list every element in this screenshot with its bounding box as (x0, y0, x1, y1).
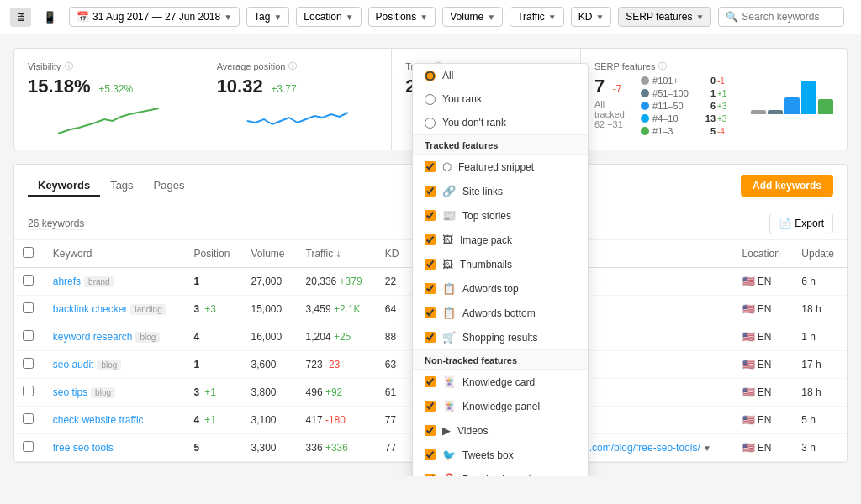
calendar-icon: 📅 (77, 11, 89, 23)
nontracked-feature-knowledge-card[interactable]: 🃏Knowledge card (413, 370, 588, 394)
avg-position-value: 10.32 (217, 76, 263, 97)
kd-cell: 22 (377, 268, 410, 296)
tab-tags[interactable]: Tags (100, 176, 143, 197)
tracked-feature-featured-snippet[interactable]: ⬡Featured snippet (413, 155, 588, 179)
traffic-cell: 3,459 +2.1K (298, 296, 377, 323)
traffic-label: Traffic (517, 11, 545, 23)
keyword-link-2[interactable]: keyword research (53, 331, 133, 343)
serp-features-info-icon: ⓘ (658, 60, 667, 72)
row-checkbox-4[interactable] (23, 386, 34, 396)
keyword-link-1[interactable]: backlink checker (53, 303, 128, 315)
flag-icon: 🇺🇸 (742, 386, 755, 398)
visibility-info-icon: ⓘ (65, 60, 73, 72)
row-checkbox-2[interactable] (23, 330, 34, 341)
location-cell: 🇺🇸 EN (734, 296, 794, 323)
serp-features-change: -7 (613, 83, 622, 95)
flag-icon: 🇺🇸 (742, 331, 755, 343)
row-checkbox-5[interactable] (23, 413, 34, 424)
kd-btn[interactable]: KD ▼ (571, 7, 612, 27)
rank-row: #4–1013+3 (641, 113, 737, 123)
flag-icon: 🇺🇸 (742, 442, 755, 454)
flag-icon: 🇺🇸 (742, 359, 755, 370)
rank-bar (751, 110, 766, 114)
row-checkbox-1[interactable] (23, 302, 34, 313)
positions-btn[interactable]: Positions ▼ (368, 7, 436, 27)
flag-icon: 🇺🇸 (742, 276, 755, 287)
tracked-feature-top-stories[interactable]: 📰Top stories (413, 203, 588, 228)
keyword-cell: seo tipsblog (45, 379, 186, 407)
row-checkbox-3[interactable] (23, 358, 34, 369)
location-cell: 🇺🇸 EN (734, 434, 794, 462)
radio-you_dont_rank[interactable] (425, 118, 436, 129)
keywords-count: 26 keywords (28, 218, 84, 230)
traffic-cell: 20,336 +379 (298, 268, 377, 296)
rank-bar (768, 110, 783, 114)
dropdown-nontracked-section: 🃏Knowledge card🃏Knowledge panel▶Videos🐦T… (413, 370, 588, 476)
serp-features-label: SERP features (626, 11, 692, 23)
row-checkbox-0[interactable] (23, 275, 34, 286)
location-cell: 🇺🇸 EN (734, 351, 794, 379)
tracked-feature-adwords-bottom[interactable]: 📋Adwords bottom (413, 301, 588, 325)
positions-label: Positions (376, 11, 417, 23)
volume-btn[interactable]: Volume ▼ (442, 7, 503, 27)
tracked-feature-image-pack[interactable]: 🖼Image pack (413, 228, 588, 252)
avg-position-change: +3.77 (271, 83, 296, 95)
toolbar: 🖥 📱 📅 31 Aug 2017 — 27 Jun 2018 ▼ Tag ▼ … (0, 0, 861, 34)
row-checkbox-6[interactable] (23, 441, 34, 452)
position-cell: 1 (186, 351, 243, 379)
mobile-device-btn[interactable]: 📱 (38, 8, 62, 27)
tracked-feature-site-links[interactable]: 🔗Site links (413, 179, 588, 203)
col-position: Position (186, 240, 243, 268)
keyword-link-6[interactable]: free seo tools (53, 442, 114, 454)
rank-bar (784, 97, 800, 114)
nontracked-feature-people-also-ask[interactable]: ❓People also ask (413, 467, 588, 476)
position-cell: 5 (186, 434, 243, 462)
dropdown-radio-section: AllYou rankYou don't rank (413, 64, 588, 134)
radio-you_rank[interactable] (425, 94, 436, 105)
keyword-link-5[interactable]: check website traffic (53, 414, 144, 426)
desktop-device-btn[interactable]: 🖥 (10, 8, 31, 27)
serp-features-card: SERP features ⓘ 7 -7 All tracked: 62 +31… (581, 49, 847, 150)
add-keywords-button[interactable]: Add keywords (741, 175, 833, 197)
tracked-feature-adwords-top[interactable]: 📋Adwords top (413, 276, 588, 301)
serp-features-btn[interactable]: SERP features ▼ (618, 7, 711, 27)
volume-label: Volume (450, 11, 483, 23)
tab-keywords[interactable]: Keywords (28, 176, 100, 197)
date-range-btn[interactable]: 📅 31 Aug 2017 — 27 Jun 2018 ▼ (69, 7, 240, 27)
avg-position-info-icon: ⓘ (288, 60, 297, 72)
rank-row: #11–506+3 (641, 101, 737, 111)
tracked-feature-shopping-results[interactable]: 🛒Shopping results (413, 325, 588, 349)
radio-all[interactable] (425, 71, 436, 81)
nontracked-feature-videos[interactable]: ▶Videos (413, 418, 588, 443)
rank-row: #101+0-1 (641, 76, 737, 86)
col-location: Location (734, 240, 794, 268)
traffic-btn[interactable]: Traffic ▼ (510, 7, 564, 27)
chevron-down-icon: ▼ (420, 13, 428, 22)
volume-cell: 3,300 (243, 434, 298, 462)
position-cell: 3+1 (186, 379, 243, 407)
visibility-chart (28, 104, 189, 138)
col-kd: KD (377, 240, 410, 268)
export-button[interactable]: 📄 Export (769, 213, 833, 234)
serp-features-stat-label: SERP features (594, 61, 656, 71)
keyword-link-3[interactable]: seo audit (53, 359, 94, 370)
keyword-link-4[interactable]: seo tips (53, 386, 87, 398)
keyword-cell: free seo tools (45, 434, 186, 462)
nontracked-feature-tweets-box[interactable]: 🐦Tweets box (413, 443, 588, 467)
tracked-feature-thumbnails[interactable]: 🖼Thumbnails (413, 252, 588, 276)
kd-cell: 77 (377, 407, 410, 434)
kd-label: KD (578, 11, 593, 23)
tab-pages[interactable]: Pages (144, 176, 195, 197)
keyword-cell: backlink checkerlanding (45, 296, 186, 323)
dropdown-radio-all[interactable]: All (413, 64, 588, 87)
keyword-link-0[interactable]: ahrefs (53, 276, 81, 287)
chevron-down-icon: ▼ (695, 13, 704, 22)
dropdown-radio-you_dont_rank[interactable]: You don't rank (413, 111, 588, 134)
dropdown-radio-you_rank[interactable]: You rank (413, 87, 588, 111)
col-traffic[interactable]: Traffic ↓ (298, 240, 377, 268)
location-btn[interactable]: Location ▼ (296, 7, 361, 27)
tag-btn[interactable]: Tag ▼ (246, 7, 289, 27)
nontracked-feature-knowledge-panel[interactable]: 🃏Knowledge panel (413, 394, 588, 418)
select-all-checkbox[interactable] (23, 247, 34, 258)
search-input[interactable] (742, 11, 843, 23)
